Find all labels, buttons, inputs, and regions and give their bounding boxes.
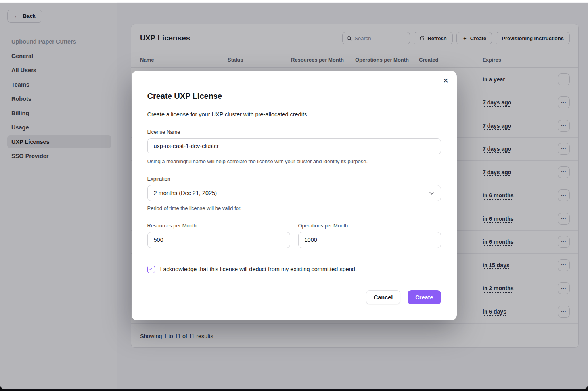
expiration-value: 2 months (Dec 21, 2025) (154, 190, 217, 196)
expiration-select[interactable]: 2 months (Dec 21, 2025) (147, 185, 441, 201)
create-submit-button[interactable]: Create (408, 290, 441, 304)
expiration-label: Expiration (147, 176, 441, 182)
modal-title: Create UXP License (147, 92, 441, 101)
resources-input[interactable] (147, 232, 290, 248)
resources-label: Resources per Month (147, 223, 290, 229)
credits-row: Resources per Month Operations per Month (147, 223, 441, 248)
acknowledge-row: ✓ I acknowledge that this license will d… (147, 266, 441, 273)
operations-group: Operations per Month (298, 223, 441, 248)
license-name-label: License Name (147, 129, 441, 135)
create-license-modal: ✕ Create UXP License Create a license fo… (132, 71, 457, 320)
license-name-helper: Using a meaningful name will help correl… (147, 158, 441, 164)
acknowledge-checkbox[interactable]: ✓ (147, 266, 155, 273)
license-name-input[interactable] (147, 138, 441, 154)
expiration-helper: Period of time the license will be valid… (147, 205, 441, 211)
modal-footer: Cancel Create (147, 290, 441, 304)
cancel-button[interactable]: Cancel (366, 290, 401, 304)
resources-group: Resources per Month (147, 223, 290, 248)
expiration-group: Expiration 2 months (Dec 21, 2025) Perio… (147, 176, 441, 211)
license-name-group: License Name Using a meaningful name wil… (147, 129, 441, 164)
operations-label: Operations per Month (298, 223, 441, 229)
operations-input[interactable] (298, 232, 441, 248)
modal-description: Create a license for your UXP cluster wi… (147, 111, 441, 117)
chevron-down-icon (429, 190, 435, 196)
acknowledge-label: I acknowledge that this license will ded… (160, 266, 357, 272)
close-icon[interactable]: ✕ (443, 77, 448, 84)
